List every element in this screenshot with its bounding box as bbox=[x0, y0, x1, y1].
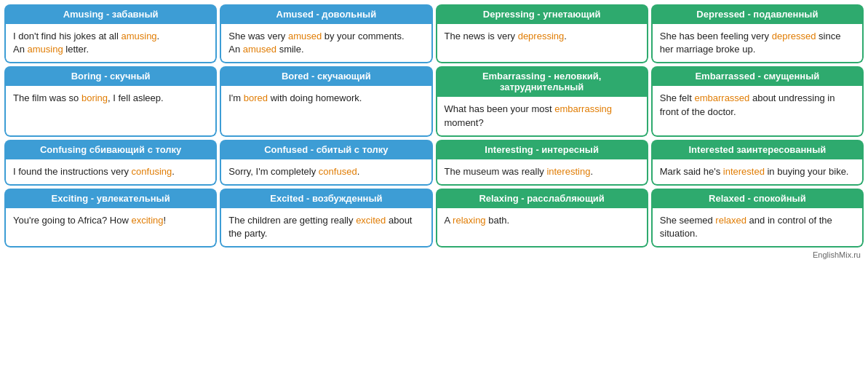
cell-body-interesting: The museum was really interesting. bbox=[436, 159, 648, 186]
footer-text: EnglishMix.ru bbox=[4, 249, 864, 261]
cell-body-embarrassing: What has been your most embarrassing mom… bbox=[436, 97, 648, 136]
highlight-word: amusing bbox=[121, 31, 156, 41]
highlight-word: exciting bbox=[131, 215, 163, 226]
cell-relaxing: Relaxing - расслабляющийA relaxing bath. bbox=[436, 189, 648, 248]
cell-amusing: Amusing - забавныйI don't find his jokes… bbox=[4, 4, 217, 63]
cell-body-depressing: The news is very depressing. bbox=[436, 24, 648, 63]
cell-body-amusing: I don't find his jokes at all amusing.An… bbox=[4, 24, 217, 63]
cell-header-depressed: Depressed - подавленный bbox=[651, 4, 864, 24]
cell-header-confused: Confused - сбитый с толку bbox=[220, 140, 432, 159]
highlight-word: interested bbox=[723, 166, 765, 177]
highlight-word: amusing bbox=[28, 44, 63, 55]
highlight-word: relaxing bbox=[453, 215, 486, 226]
cell-body-boring: The film was so boring, I fell asleep. bbox=[4, 86, 217, 136]
cell-body-amused: She was very amused by your comments.An … bbox=[220, 24, 432, 63]
cell-body-relaxed: She seemed relaxed and in control of the… bbox=[651, 208, 864, 248]
cell-header-confusing: Confusing сбивающий с толку bbox=[4, 140, 217, 159]
highlight-word: excited bbox=[356, 215, 386, 226]
cell-body-interested: Mark said he's interested in buying your… bbox=[651, 159, 864, 186]
highlight-word: interesting bbox=[546, 166, 590, 177]
highlight-word: boring bbox=[81, 92, 108, 103]
cell-body-bored: I'm bored with doing homework. bbox=[220, 86, 432, 136]
cell-amused: Amused - довольныйShe was very amused by… bbox=[220, 4, 432, 63]
cell-header-relaxing: Relaxing - расслабляющий bbox=[436, 189, 648, 208]
cell-body-confused: Sorry, I'm completely confused. bbox=[220, 159, 432, 186]
cell-embarrassing: Embarrassing - неловкий, затруднительный… bbox=[436, 66, 648, 136]
cell-confused: Confused - сбитый с толкуSorry, I'm comp… bbox=[220, 140, 432, 186]
cell-header-depressing: Depressing - угнетающий bbox=[436, 4, 648, 24]
cell-bored: Bored - скучающийI'm bored with doing ho… bbox=[220, 66, 432, 136]
highlight-word: confused bbox=[319, 166, 357, 177]
cell-confusing: Confusing сбивающий с толкуI found the i… bbox=[4, 140, 217, 186]
cell-header-embarrassed: Embarrassed - смущенный bbox=[651, 66, 864, 86]
cell-depressing: Depressing - угнетающийThe news is very … bbox=[436, 4, 648, 63]
highlight-word: amused bbox=[243, 44, 276, 55]
cell-embarrassed: Embarrassed - смущенныйShe felt embarras… bbox=[651, 66, 864, 136]
cell-header-bored: Bored - скучающий bbox=[220, 66, 432, 86]
cell-header-interesting: Interesting - интересный bbox=[436, 140, 648, 159]
highlight-word: depressing bbox=[518, 31, 565, 41]
cell-header-amused: Amused - довольный bbox=[220, 4, 432, 24]
cell-excited: Excited - возбужденныйThe children are g… bbox=[220, 189, 432, 248]
cell-header-interested: Interested заинтересованный bbox=[651, 140, 864, 159]
cell-interesting: Interesting - интересныйThe museum was r… bbox=[436, 140, 648, 186]
cell-header-embarrassing: Embarrassing - неловкий, затруднительный bbox=[436, 66, 648, 97]
cell-header-relaxed: Relaxed - спокойный bbox=[651, 189, 864, 208]
main-grid: Amusing - забавныйI don't find his jokes… bbox=[4, 4, 864, 248]
cell-header-exciting: Exciting - увлекательный bbox=[4, 189, 217, 208]
cell-depressed: Depressed - подавленныйShe has been feel… bbox=[651, 4, 864, 63]
cell-header-excited: Excited - возбужденный bbox=[220, 189, 432, 208]
cell-body-relaxing: A relaxing bath. bbox=[436, 208, 648, 248]
highlight-word: amused bbox=[288, 31, 322, 41]
cell-exciting: Exciting - увлекательныйYou're going to … bbox=[4, 189, 217, 248]
cell-interested: Interested заинтересованныйMark said he'… bbox=[651, 140, 864, 186]
highlight-word: confusing bbox=[132, 166, 172, 177]
cell-relaxed: Relaxed - спокойныйShe seemed relaxed an… bbox=[651, 189, 864, 248]
cell-body-excited: The children are getting really excited … bbox=[220, 208, 432, 248]
cell-body-depressed: She has been feeling very depressed sinc… bbox=[651, 24, 864, 63]
highlight-word: embarrassing bbox=[554, 103, 612, 114]
highlight-word: bored bbox=[244, 92, 268, 103]
cell-body-exciting: You're going to Africa? How exciting! bbox=[4, 208, 217, 248]
cell-header-amusing: Amusing - забавный bbox=[4, 4, 217, 24]
cell-body-embarrassed: She felt embarrassed about undressing in… bbox=[651, 86, 864, 136]
highlight-word: relaxed bbox=[715, 215, 746, 226]
cell-boring: Boring - скучныйThe film was so boring, … bbox=[4, 66, 217, 136]
cell-body-confusing: I found the instructions very confusing. bbox=[4, 159, 217, 186]
highlight-word: depressed bbox=[772, 31, 816, 41]
highlight-word: embarrassed bbox=[694, 92, 749, 103]
cell-header-boring: Boring - скучный bbox=[4, 66, 217, 86]
